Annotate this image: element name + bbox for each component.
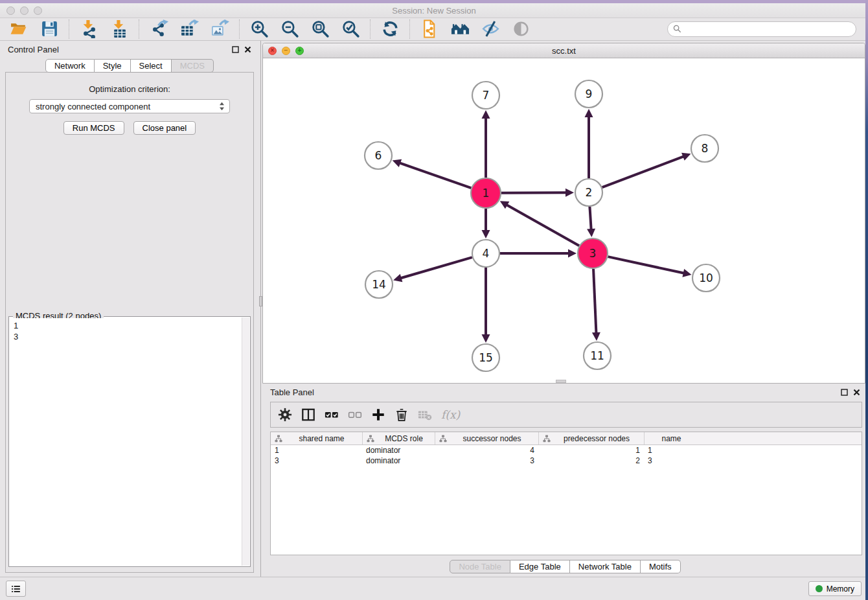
column-layout-icon	[301, 408, 315, 422]
search-field[interactable]	[667, 21, 856, 37]
graph-edge-3-1[interactable]	[506, 205, 579, 246]
graph-node-label-11: 11	[590, 349, 604, 362]
graph-arrowhead-4-14	[393, 274, 402, 282]
graph-node-label-10: 10	[699, 271, 713, 284]
settings-gear-button[interactable]	[278, 408, 292, 422]
float-panel-icon[interactable]	[232, 46, 239, 53]
zoom-fit-icon	[311, 19, 330, 38]
column-header-mcds-role[interactable]: MCDS role	[362, 432, 435, 445]
tab-motifs[interactable]: Motifs	[641, 560, 681, 573]
zoom-selected-button[interactable]	[340, 18, 361, 40]
network-minimize-button[interactable]: −	[282, 47, 290, 55]
delete-row-button[interactable]	[394, 408, 409, 422]
graph-edge-1-6[interactable]	[399, 163, 471, 188]
table-panel: Table Panel f(x) shared nameMCDS rolesuc…	[262, 384, 868, 577]
import-network-button[interactable]	[78, 18, 100, 40]
deselect-all-button[interactable]	[348, 408, 362, 422]
copy-network-button[interactable]	[419, 18, 440, 40]
graph-node-label-4: 4	[483, 247, 490, 260]
open-session-button[interactable]	[8, 18, 30, 40]
delete-row-icon	[394, 408, 409, 422]
save-session-button[interactable]	[39, 18, 60, 40]
tab-network-table[interactable]: Network Table	[570, 560, 641, 573]
criterion-select[interactable]: strongly connected component	[29, 99, 230, 113]
memory-status-dot	[816, 585, 823, 592]
close-panel-button[interactable]: Close panel	[133, 121, 196, 135]
close-panel-icon[interactable]	[244, 46, 251, 53]
network-zoom-button[interactable]: +	[295, 47, 304, 55]
export-image-button[interactable]	[209, 18, 231, 40]
table-row[interactable]: 3dominator323	[271, 456, 862, 466]
cell-successor-nodes: 3	[435, 456, 538, 466]
network-graph: 7968124314101511	[263, 58, 863, 383]
graph-arrowhead-1-4	[482, 230, 490, 238]
graph-node-label-2: 2	[586, 186, 593, 199]
memory-label: Memory	[827, 584, 854, 594]
desktop-edge-right	[865, 0, 868, 600]
graph-edge-3-10[interactable]	[608, 257, 684, 273]
column-header-predecessor-nodes[interactable]: predecessor nodes	[538, 432, 644, 445]
deselect-all-icon	[348, 408, 362, 422]
tab-select[interactable]: Select	[131, 59, 172, 73]
float-table-panel-icon[interactable]	[841, 389, 848, 396]
node-table: shared nameMCDS rolesuccessor nodesprede…	[271, 432, 862, 466]
run-mcds-button[interactable]: Run MCDS	[63, 121, 124, 135]
add-row-button[interactable]	[371, 408, 385, 422]
graph-edge-3-11[interactable]	[593, 269, 596, 334]
result-line: 1	[14, 320, 238, 331]
graph-node-label-8: 8	[702, 142, 709, 155]
settings-gear-icon	[278, 408, 292, 422]
column-header-successor-nodes[interactable]: successor nodes	[435, 432, 538, 445]
zoom-fit-button[interactable]	[310, 18, 331, 40]
network-close-button[interactable]: ×	[268, 47, 277, 55]
refresh-view-icon	[381, 19, 400, 38]
export-table-button[interactable]	[179, 18, 200, 40]
cell-filler	[698, 445, 862, 456]
task-history-button[interactable]	[6, 581, 26, 597]
refresh-view-button[interactable]	[380, 18, 401, 40]
graph-edge-1-2[interactable]	[501, 192, 567, 193]
zoom-in-button[interactable]	[249, 18, 270, 40]
canvas-resize-grip[interactable]	[556, 380, 566, 383]
tab-node-table[interactable]: Node Table	[450, 560, 510, 573]
first-neighbors-icon	[451, 19, 470, 38]
close-table-panel-icon[interactable]	[853, 389, 860, 396]
network-canvas[interactable]: 7968124314101511	[263, 58, 865, 383]
graph-edge-2-8[interactable]	[602, 156, 685, 187]
graph-node-label-15: 15	[479, 351, 493, 364]
export-image-icon	[211, 19, 229, 38]
toolbar-separator	[409, 19, 411, 39]
column-header-name[interactable]: name	[644, 432, 698, 445]
select-all-icon	[325, 408, 339, 422]
zoom-out-button[interactable]	[279, 18, 301, 40]
import-network-icon	[80, 19, 98, 38]
toolbar-separator	[370, 19, 371, 39]
graph-arrowhead-2-3	[587, 229, 595, 237]
export-network-button[interactable]	[148, 18, 170, 40]
status-bar: Memory	[0, 577, 868, 600]
tab-network[interactable]: Network	[45, 59, 95, 73]
column-layout-button[interactable]	[301, 408, 315, 422]
mcds-result-box: MCDS result (2 nodes) 13	[8, 316, 251, 567]
select-all-button[interactable]	[325, 408, 339, 422]
tab-style[interactable]: Style	[95, 59, 131, 73]
graph-edge-4-14[interactable]	[400, 257, 472, 278]
toolbar-separator	[69, 19, 70, 39]
table-row[interactable]: 1dominator411	[271, 445, 862, 456]
search-input[interactable]	[685, 23, 851, 34]
search-icon	[673, 25, 681, 33]
result-scrollbar[interactable]	[242, 317, 249, 566]
import-table-button[interactable]	[109, 18, 130, 40]
column-header-shared-name[interactable]: shared name	[271, 432, 362, 445]
tab-mcds[interactable]: MCDS	[172, 59, 214, 73]
splitter-grip[interactable]	[259, 296, 262, 306]
column-label: MCDS role	[376, 434, 432, 443]
graph-edge-2-3[interactable]	[589, 207, 591, 230]
graph-node-label-3: 3	[589, 247, 597, 260]
column-sort-icon	[543, 435, 551, 443]
tab-edge-table[interactable]: Edge Table	[510, 560, 570, 573]
first-neighbors-button[interactable]	[450, 18, 471, 40]
select-stepper-icon	[218, 101, 226, 111]
hide-selected-button[interactable]	[480, 18, 501, 40]
memory-button[interactable]: Memory	[808, 581, 862, 596]
